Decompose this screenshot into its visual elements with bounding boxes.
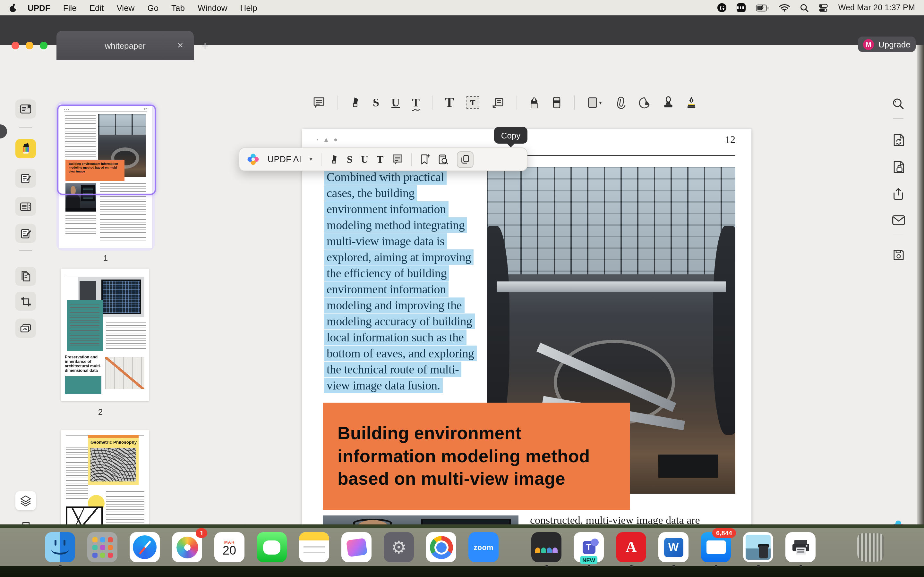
menu-edit[interactable]: Edit [89,3,104,13]
sidebar-item-reader[interactable] [15,99,36,119]
dock-mail[interactable]: 6,844 [701,532,731,562]
control-center-icon[interactable] [819,3,828,12]
menu-clock[interactable]: Wed Mar 20 1:37 PM [838,3,915,12]
zoom-window-button[interactable] [40,42,47,49]
note-button[interactable] [392,153,403,165]
menu-go[interactable]: Go [147,3,158,13]
menu-file[interactable]: File [63,3,77,13]
eraser-tool[interactable] [551,96,562,109]
highlight-tool[interactable] [351,96,360,109]
dock-word[interactable]: W [658,532,688,562]
dock-teams[interactable]: T NEW [573,532,604,562]
add-bookmark-button[interactable] [420,153,430,165]
signature-tool[interactable] [686,96,696,109]
copy-button[interactable] [457,151,473,168]
dock-freeform-app[interactable] [341,532,372,562]
rightbar-divider [893,235,903,235]
pencil-tool[interactable] [529,96,539,109]
bartender-icon[interactable] [737,3,746,12]
dock-wave-app[interactable] [531,532,561,562]
dock-system-settings[interactable]: ⚙ [384,532,414,562]
chevron-down-icon: ▾ [599,100,602,105]
sidebar-divider [19,250,32,251]
grammarly-icon[interactable]: G [718,3,727,12]
menu-tab[interactable]: Tab [171,3,185,13]
toolbar-divider [320,153,321,166]
sidebar-item-crop[interactable] [15,292,36,311]
dock-acrobat[interactable]: A [616,532,646,562]
underline-button[interactable]: U [361,154,368,164]
dock-finder[interactable] [45,532,75,562]
updf-ai-button[interactable]: UPDF AI [268,155,301,164]
minimize-window-button[interactable] [26,42,33,49]
dock-safari[interactable] [129,532,160,562]
strikethrough-tool[interactable]: S [373,97,379,108]
rightbar-convert[interactable] [891,132,906,147]
close-window-button[interactable] [11,42,19,49]
dock-photos[interactable]: 1 [172,532,202,562]
thumbnail-viewport-indicator[interactable] [57,105,156,195]
teams-new-badge: NEW [580,556,598,564]
strikethrough-button[interactable]: S [347,154,352,164]
dock-calendar[interactable]: MAR 20 [214,532,244,562]
battery-charging-icon[interactable] [756,4,769,11]
toolbar-divider [411,153,412,166]
upgrade-label: Upgrade [879,39,911,49]
dock-printer[interactable] [785,532,816,562]
text-box-tool[interactable]: T [466,96,479,109]
search-document-button[interactable] [438,153,448,165]
sidebar-item-slideshow[interactable] [15,319,36,338]
selected-paragraph[interactable]: Combined with practical cases, the build… [324,169,504,393]
thumbnail-page-2[interactable]: Preservation and inheritance of architec… [61,269,149,401]
new-tab-button[interactable]: + [202,39,208,53]
menu-help[interactable]: Help [240,3,258,13]
dock-trash[interactable] [855,532,885,562]
menu-view[interactable]: View [117,3,135,13]
chevron-down-icon[interactable]: ▾ [310,156,312,162]
toolbar-divider [432,95,433,110]
squiggly-button[interactable]: T [376,154,383,164]
attachment-tool[interactable] [614,96,626,109]
annotation-toolbar: S U T T T ▾ [312,93,696,112]
sticky-note-tool[interactable] [312,96,325,109]
dock-notes[interactable] [299,532,329,562]
tab-close-icon[interactable]: ✕ [174,40,186,51]
dock-photo-viewer[interactable] [743,532,773,562]
squiggly-underline-tool[interactable]: T [412,97,420,108]
thumb2-heading: Preservation and inheritance of architec… [65,355,105,372]
sidebar-item-edit-pdf[interactable] [15,169,36,188]
menu-updf[interactable]: UPDF [27,3,50,13]
shapes-tool[interactable]: ▾ [587,96,602,109]
sidebar-item-page-tools[interactable] [15,267,36,286]
callout-tool[interactable] [491,96,504,109]
rightbar-search[interactable] [891,96,906,111]
upgrade-button[interactable]: M Upgrade [858,37,916,52]
rightbar-share[interactable] [891,186,906,201]
gear-icon: ⚙ [391,537,407,558]
spotlight-icon[interactable] [800,3,809,12]
dock-launchpad[interactable] [87,532,118,562]
dock-zoom[interactable]: zoom [468,532,499,562]
panel-handle[interactable] [0,124,7,139]
wifi-icon[interactable] [779,4,790,11]
thumb3-heading: Geometric Philosophy [90,440,137,445]
text-tool[interactable]: T [445,95,454,110]
document-tab[interactable]: whitepaper ✕ [57,31,194,60]
highlighted-text[interactable]: Combined with practical cases, the build… [324,169,477,393]
sidebar-item-comment[interactable] [15,139,36,158]
rightbar-save[interactable] [891,247,906,262]
apple-menu-icon[interactable] [9,3,17,13]
calendar-day: 20 [223,544,236,557]
dock-chrome[interactable] [426,532,456,562]
sidebar-item-thumbnails[interactable] [15,491,36,510]
rightbar-protect[interactable] [891,159,906,174]
sidebar-item-fill-sign[interactable] [15,224,36,243]
sticker-tool[interactable] [638,97,650,109]
rightbar-email[interactable] [891,212,906,227]
stamp-tool[interactable] [662,96,674,109]
dock-messages[interactable] [257,532,287,562]
highlight-button[interactable] [330,153,338,165]
menu-window[interactable]: Window [198,3,228,13]
underline-tool[interactable]: U [391,97,400,108]
sidebar-item-organize-pages[interactable] [15,197,36,216]
